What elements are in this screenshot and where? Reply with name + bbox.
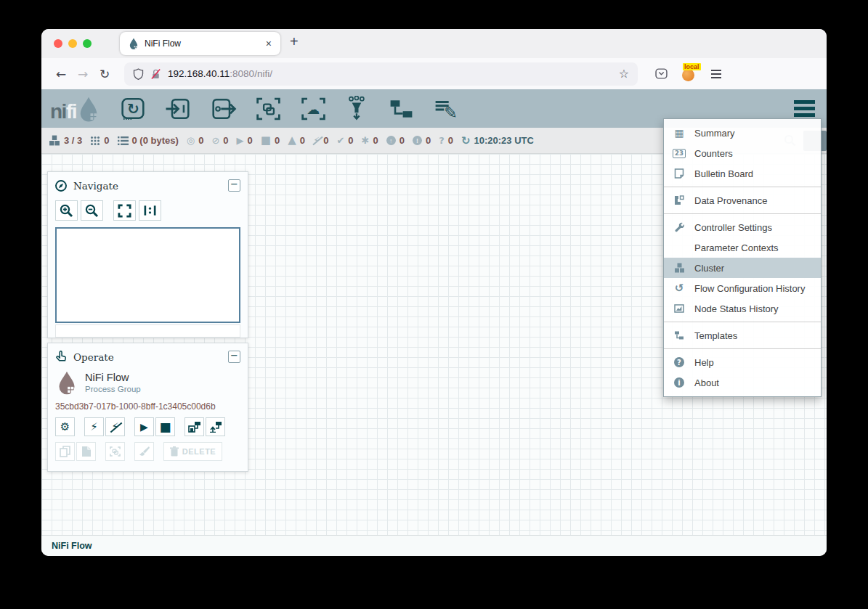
shield-icon[interactable]	[133, 68, 144, 80]
status-disabled: ⚡ 0	[313, 135, 328, 146]
menu-item-summary[interactable]: ▦ Summary	[664, 123, 821, 143]
brush-icon	[139, 446, 150, 457]
url-field[interactable]: 192.168.40.11:8080/nifi/ ☆	[124, 62, 638, 86]
group-icon	[109, 446, 121, 457]
birdseye-view[interactable]	[55, 227, 240, 323]
minimize-window-button[interactable]	[68, 39, 77, 48]
operate-collapse-button[interactable]: −	[228, 351, 240, 363]
label-component[interactable]: ✎	[433, 97, 460, 121]
zoom-fit-icon	[118, 204, 131, 218]
template-component[interactable]	[388, 97, 415, 121]
compass-icon	[55, 180, 67, 192]
zoom-window-button[interactable]	[83, 39, 92, 48]
provenance-icon	[673, 195, 686, 205]
tab-close-icon[interactable]: ×	[266, 38, 272, 49]
template-icon	[673, 330, 686, 340]
menu-separator	[664, 187, 821, 187]
menu-item-data-provenance[interactable]: Data Provenance	[664, 190, 821, 211]
new-tab-button[interactable]: +	[290, 33, 299, 50]
fill-color-button[interactable]	[134, 442, 154, 461]
invalid-icon: ▲	[288, 135, 296, 146]
save-template-icon	[188, 421, 201, 433]
browser-window: NiFi Flow × + ← → ↻ 192.168.40.11:8080/n…	[41, 29, 827, 556]
operate-buttons-row1: ⚙ ⚡ ⚡ ▶ ■	[48, 412, 248, 436]
insecure-lock-icon[interactable]	[150, 68, 161, 80]
navigate-title: Navigate	[73, 180, 118, 192]
delete-button[interactable]: DELETE	[163, 442, 222, 461]
menu-item-about[interactable]: i About	[664, 372, 821, 393]
url-text: 192.168.40.11:8080/nifi/	[168, 68, 272, 79]
locally-modified-stale-icon: !	[413, 136, 422, 145]
configuration-button[interactable]: ⚙	[55, 417, 75, 436]
remote-process-group-component[interactable]: ☁	[300, 97, 327, 121]
browser-tab[interactable]: NiFi Flow ×	[120, 32, 280, 55]
about-icon: i	[673, 377, 686, 388]
processor-component[interactable]: ↻	[120, 97, 147, 121]
enable-button[interactable]: ⚡	[84, 417, 104, 436]
extension-icon[interactable]: local	[682, 67, 697, 81]
stop-button[interactable]: ■	[155, 417, 175, 436]
menu-item-node-status-history[interactable]: Node Status History	[664, 298, 821, 319]
paste-button[interactable]	[76, 442, 96, 461]
extension-local-badge: local	[683, 63, 701, 70]
menu-item-bulletin-board[interactable]: Bulletin Board	[664, 163, 821, 184]
copy-button[interactable]	[55, 442, 75, 461]
operate-palette: Operate − NiFi Flow Process Group 35cbd3…	[47, 343, 248, 472]
transmitting-icon: ◎	[187, 136, 195, 145]
zoom-fit-button[interactable]	[113, 200, 136, 221]
birdseye-brush[interactable]	[55, 324, 240, 338]
group-button[interactable]	[105, 442, 125, 461]
start-button[interactable]: ▶	[134, 417, 154, 436]
tab-title: NiFi Flow	[145, 38, 181, 49]
wrench-icon	[673, 222, 686, 233]
nifi-logo-fi: fi	[66, 102, 76, 122]
output-port-component[interactable]	[210, 97, 237, 121]
global-menu-icon[interactable]	[794, 100, 815, 117]
firefox-menu-icon[interactable]	[711, 70, 721, 78]
url-host: 192.168.40.11	[168, 68, 230, 79]
operate-title: Operate	[73, 351, 114, 363]
status-sync-failure: ? 0	[439, 135, 453, 146]
not-transmitting-icon: ⊘	[211, 136, 219, 145]
status-active-threads: 0	[90, 135, 109, 146]
breadcrumb[interactable]: NiFi Flow	[52, 541, 92, 551]
paste-icon	[81, 446, 92, 457]
status-locally-modified-stale: ! 0	[413, 135, 431, 146]
bookmark-star-icon[interactable]: ☆	[619, 67, 629, 81]
navigate-header: Navigate −	[48, 172, 248, 195]
status-stale: ↑ 0	[386, 135, 405, 146]
menu-item-flow-configuration-history[interactable]: ↺ Flow Configuration History	[664, 278, 821, 298]
menu-separator	[664, 348, 821, 349]
back-icon[interactable]: ←	[50, 67, 72, 81]
delete-label: DELETE	[182, 447, 216, 456]
hand-pointer-icon	[55, 351, 67, 363]
navigate-collapse-button[interactable]: −	[228, 179, 240, 192]
navigate-palette: Navigate −	[47, 171, 248, 338]
close-window-button[interactable]	[54, 39, 62, 48]
zoom-out-button[interactable]	[81, 200, 103, 221]
menu-item-counters[interactable]: 23 Counters	[664, 143, 821, 163]
reload-icon[interactable]: ↻	[94, 67, 115, 81]
funnel-component[interactable]	[345, 96, 370, 122]
locally-modified-icon: ✱	[362, 136, 370, 145]
upload-template-button[interactable]	[206, 417, 225, 436]
operate-buttons-row2: DELETE	[48, 436, 248, 461]
forward-icon[interactable]: →	[72, 67, 94, 81]
zoom-actual-button[interactable]	[139, 200, 161, 221]
menu-item-cluster[interactable]: Cluster	[664, 258, 821, 278]
menu-item-controller-settings[interactable]: Controller Settings	[664, 217, 821, 237]
upload-template-icon	[209, 421, 222, 433]
nifi-logo: nifi	[50, 96, 100, 122]
refresh-icon[interactable]: ↻	[461, 134, 471, 147]
menu-item-templates[interactable]: Templates	[664, 325, 821, 346]
pocket-icon[interactable]	[655, 68, 668, 79]
breadcrumb-bar: NiFi Flow	[41, 535, 827, 556]
operate-header: Operate −	[48, 343, 248, 366]
save-template-button[interactable]	[184, 417, 204, 436]
process-group-component[interactable]	[255, 97, 282, 121]
input-port-component[interactable]	[165, 97, 192, 121]
menu-item-help[interactable]: ? Help	[664, 352, 821, 372]
disable-button[interactable]: ⚡	[105, 417, 125, 436]
zoom-in-button[interactable]	[55, 200, 78, 221]
menu-item-parameter-contexts[interactable]: Parameter Contexts	[664, 237, 821, 258]
